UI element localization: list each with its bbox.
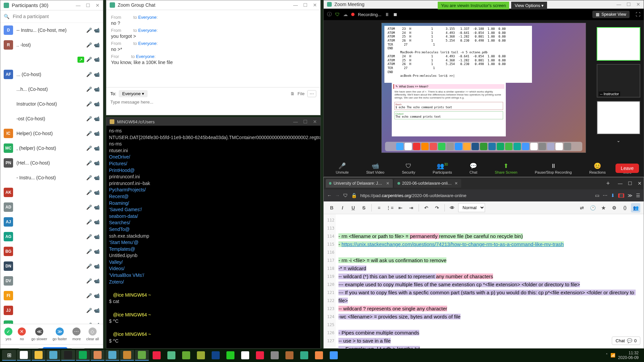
participant-row[interactable]: PN(Hel... (Co-host)🎤📹 [0,156,103,170]
zoom-control-share-screen[interactable]: ⬆Share Screen [495,162,517,174]
file-label[interactable]: File [298,91,305,96]
minimize-icon[interactable]: — [618,181,623,186]
pad-line[interactable]: -- use > to save in a file [338,337,641,345]
reaction-button[interactable]: ⋯more [72,327,81,341]
undo-button[interactable]: ↶ [422,203,431,213]
taskbar-item[interactable] [91,350,105,361]
minimize-icon[interactable]: — [616,2,621,7]
reaction-button[interactable]: ◇clear all [86,327,99,341]
video-thumbnail[interactable] [597,101,640,134]
pad-line[interactable]: - rm <filename or path to file> = perman… [338,232,641,240]
participant-row[interactable]: DN🎤📹 [0,259,103,274]
taskbar-item[interactable] [105,350,119,361]
bold-button[interactable]: B [327,203,336,213]
taskbar-item[interactable] [238,350,252,361]
participant-row[interactable]: AD🎤📹 [0,200,103,215]
participant-row[interactable]: JJ🎤📹 [0,303,103,318]
reaction-button[interactable]: ✕no [18,327,26,341]
strike-button[interactable]: S [359,203,369,213]
pad-line[interactable]: -- wildcard ? represents one single any … [338,305,641,313]
tab-close-icon[interactable]: ✕ [454,181,458,186]
pad-line[interactable]: - rm -i <file> = will ask us confirmatio… [338,256,641,264]
chat-input[interactable] [110,100,316,105]
taskbar-item[interactable] [194,350,208,361]
etherpad-chat-button[interactable]: Chat 💬 0 [612,337,640,345]
search-input[interactable] [11,12,100,20]
new-tab-button[interactable]: + [606,180,610,187]
outdent-button[interactable]: ⇤ [396,203,405,213]
import-export-button[interactable]: ⇄ [577,203,587,213]
taskbar-item[interactable] [223,350,237,361]
stop-icon[interactable]: ⏹ [393,12,397,17]
clear-authorship-button[interactable]: 👁 [447,203,457,213]
taskbar-item[interactable] [76,350,90,361]
zoom-control-start-video[interactable]: 📹Start Video [366,162,384,174]
pad-line[interactable]: -wc <filename> = provides size, bytes an… [338,313,641,321]
close-icon[interactable]: ✕ [96,3,100,8]
zoom-control-reactions[interactable]: 😊Reactions [589,162,606,174]
pad-line[interactable] [338,248,641,256]
terminal-output[interactable]: ns-ms NTUSER.DAT{20f4fe30-b5fd-11e9-b360… [106,126,320,362]
taskbar-item[interactable] [179,350,193,361]
extension-icon[interactable]: ⬛ [618,193,624,198]
pad-line[interactable]: --- If you want to copy files with a spe… [338,289,641,305]
participant-row[interactable]: KH🎤📹 [0,318,103,324]
fullscreen-icon[interactable]: ⛶ [636,12,640,17]
page-actions-icon[interactable]: ⋯ [603,193,607,198]
pad-line[interactable]: -* = wildcard [338,264,641,273]
star-button[interactable]: ★ [599,203,608,213]
taskbar-item[interactable] [312,350,326,361]
pad-content[interactable]: - rm <filename or path to file> = perman… [336,214,644,348]
video-thumbnail[interactable] [597,27,640,61]
download-icon[interactable]: ⬇ [611,193,615,198]
leave-button[interactable]: Leave [615,164,639,173]
pad-line[interactable]: - Pipes combine multiple commands [338,329,641,337]
forward-icon[interactable]: → [335,193,340,198]
ordered-list-button[interactable]: ≡ [374,203,384,213]
close-icon[interactable]: ✕ [638,181,642,186]
chat-more-icon[interactable]: ⋯ [307,90,316,97]
participant-row[interactable]: ...h... (Co-host)🎤📹 [0,82,103,97]
embed-button[interactable]: ⟨⟩ [620,203,630,213]
info-icon[interactable]: ⓘ [327,11,332,17]
participant-row[interactable]: DV🎤📹 [0,274,103,288]
participant-row[interactable]: - Instru... (Co-host)🎤📹 [0,170,103,185]
pad-line[interactable] [338,216,641,224]
zoom-control-security[interactable]: 🛡Security [402,163,415,174]
participant-search[interactable]: 🔍 [0,10,103,23]
participant-row[interactable]: R.. -lost)🎤📹 [0,38,103,52]
url-field[interactable]: https://pad.carpentries.org/2020-06-uofd… [360,193,592,198]
back-icon[interactable]: ← [327,193,332,198]
taskbar-item[interactable] [120,350,134,361]
chevron-down-icon[interactable]: ⌄ [597,138,640,143]
taskbar-item[interactable] [17,350,31,361]
taskbar-item[interactable] [209,350,223,361]
underline-button[interactable]: U [348,203,358,213]
speaker-view-button[interactable]: ▦ Speaker View [592,11,630,18]
taskbar-item[interactable] [253,350,267,361]
minimize-icon[interactable]: — [293,2,298,8]
zoom-control-chat[interactable]: 💬Chat [470,162,477,174]
view-options-button[interactable]: View Options ▾ [511,2,547,9]
taskbar-item[interactable] [282,350,297,361]
settings-button[interactable]: ⚙ [609,203,619,213]
reader-icon[interactable]: ▭ [595,193,599,198]
pad-line[interactable] [338,321,641,329]
taskbar-item[interactable] [297,350,311,361]
participant-row[interactable]: BG🎤📹 [0,244,103,259]
taskbar-item[interactable] [46,350,60,361]
redo-button[interactable]: ↷ [432,203,442,213]
participant-row[interactable]: D-- Instru... (Co-host, me)🎤📹 [0,23,103,38]
participant-row[interactable]: -ost (Co-host)🎤📹 [0,111,103,126]
pause-icon[interactable]: ⏸ [385,12,389,17]
participant-row[interactable]: MC, (helper) (Co-host)🎤📹 [0,141,103,156]
recipient-dropdown[interactable]: Everyone ▾ [119,90,148,97]
browser-tab[interactable]: University of Delaware: June 9✕ [326,179,393,188]
reaction-button[interactable]: ≪go slower [31,327,47,341]
taskbar-item[interactable] [32,350,46,361]
participant-row[interactable]: ICHelper) (Co-host)🎤📹 [0,126,103,141]
maximize-icon[interactable]: ☐ [627,2,631,7]
taskbar-item[interactable] [61,350,75,361]
reaction-button[interactable]: ≫go faster [53,327,67,341]
taskbar-item[interactable] [327,350,341,361]
